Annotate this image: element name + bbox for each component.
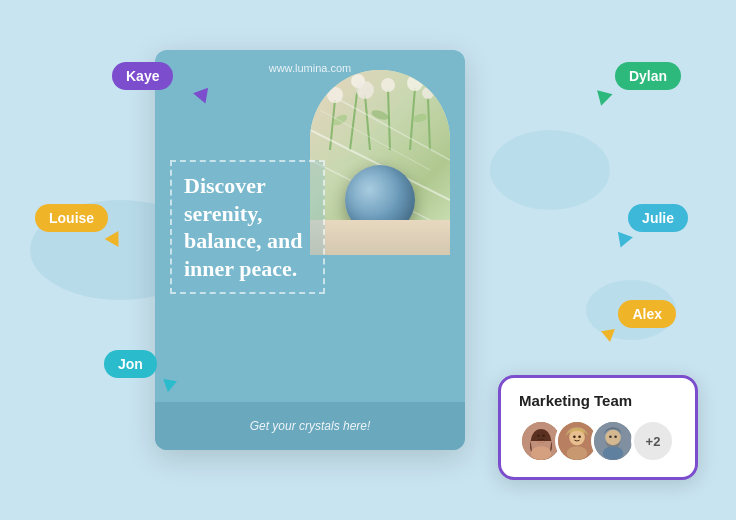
- background-blob-2: [490, 130, 610, 210]
- arrow-jon: [161, 379, 177, 393]
- card-text-box: Discover serenity, balance, and inner pe…: [170, 160, 325, 294]
- svg-point-33: [614, 435, 617, 438]
- badge-dylan-label: Dylan: [629, 68, 667, 84]
- badge-alex-label: Alex: [632, 306, 662, 322]
- svg-point-29: [567, 446, 588, 460]
- cta-text: Get your crystals here!: [250, 419, 371, 433]
- svg-point-32: [609, 435, 612, 438]
- arch-inner: [310, 70, 450, 255]
- badge-louise-label: Louise: [49, 210, 94, 226]
- avatar-count: +2: [631, 419, 675, 463]
- avatar-3: [591, 419, 635, 463]
- svg-point-24: [531, 446, 552, 460]
- badge-dylan[interactable]: Dylan: [615, 62, 681, 90]
- badge-jon[interactable]: Jon: [104, 350, 157, 378]
- arrow-julie: [613, 232, 633, 251]
- badge-kaye[interactable]: Kaye: [112, 62, 173, 90]
- svg-point-27: [573, 435, 576, 438]
- main-headline: Discover serenity, balance, and inner pe…: [184, 172, 311, 282]
- avatar-count-label: +2: [646, 434, 661, 449]
- design-card: www.lumina.com: [155, 50, 465, 450]
- svg-point-28: [578, 435, 581, 438]
- badge-kaye-label: Kaye: [126, 68, 159, 84]
- badge-julie-label: Julie: [642, 210, 674, 226]
- avatars-row: +2: [519, 419, 677, 463]
- svg-point-34: [603, 446, 624, 460]
- badge-alex[interactable]: Alex: [618, 300, 676, 328]
- svg-point-31: [605, 430, 621, 446]
- table-surface: [310, 220, 450, 255]
- svg-point-23: [542, 435, 545, 438]
- badge-jon-label: Jon: [118, 356, 143, 372]
- arch-image: [310, 70, 450, 255]
- arrow-dylan: [593, 90, 612, 108]
- marketing-team-card: Marketing Team: [498, 375, 698, 480]
- marketing-team-title: Marketing Team: [519, 392, 677, 409]
- badge-louise[interactable]: Louise: [35, 204, 108, 232]
- arrow-alex: [601, 329, 617, 343]
- badge-julie[interactable]: Julie: [628, 204, 688, 232]
- card-cta-bar: Get your crystals here!: [155, 402, 465, 450]
- svg-point-22: [537, 435, 540, 438]
- avatar-3-image: [594, 419, 632, 463]
